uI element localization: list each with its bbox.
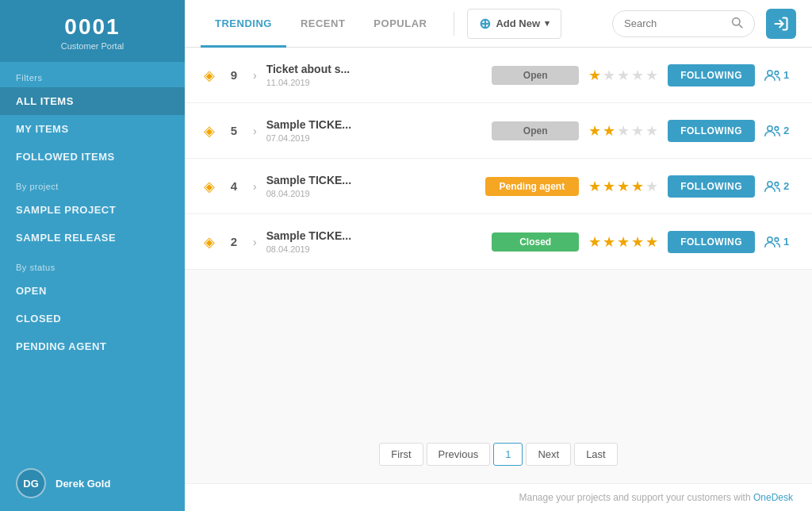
table-row[interactable]: ◈ 2 › Sample TICKE... 08.04.2019 Closed …: [185, 214, 812, 270]
filled-star[interactable]: ★: [588, 122, 601, 140]
sidebar-item-sample-release[interactable]: SAMPLE RELEASE: [0, 224, 185, 252]
star-rating[interactable]: ★★★★★: [588, 122, 658, 140]
sidebar-item-open[interactable]: OPEN: [0, 277, 185, 305]
tab-popular[interactable]: POPULAR: [359, 1, 441, 48]
sidebar-item-pending-agent[interactable]: PENDING AGENT: [0, 332, 185, 360]
follow-button[interactable]: FOLLOWING: [668, 120, 755, 142]
ticket-expand-arrow[interactable]: ›: [253, 125, 257, 137]
follow-button[interactable]: FOLLOWING: [668, 231, 755, 253]
sidebar-item-my-items[interactable]: MY ITEMS: [0, 115, 185, 143]
svg-point-7: [768, 181, 772, 186]
svg-point-8: [775, 182, 779, 186]
table-row[interactable]: ◈ 4 › Sample TICKE... 08.04.2019 Pending…: [185, 159, 812, 214]
svg-point-9: [768, 236, 772, 241]
sidebar: 0001 Customer Portal Filters ALL ITEMS M…: [0, 0, 185, 511]
empty-star[interactable]: ★: [603, 67, 615, 84]
ticket-list: ◈ 9 › Ticket about s... 11.04.2019 Open …: [185, 48, 812, 425]
svg-point-5: [768, 125, 772, 130]
ticket-info: Sample TICKE... 07.04.2019: [266, 118, 483, 143]
follow-button[interactable]: FOLLOWING: [668, 64, 755, 86]
ticket-icon: ◈: [204, 233, 215, 251]
follower-count: 1: [764, 69, 793, 82]
status-badge[interactable]: Open: [492, 66, 579, 85]
sidebar-item-closed[interactable]: CLOSED: [0, 305, 185, 332]
status-badge[interactable]: Pending agent: [485, 177, 580, 196]
ticket-title: Sample TICKE...: [266, 174, 476, 186]
table-row[interactable]: ◈ 5 › Sample TICKE... 07.04.2019 Open ★★…: [185, 103, 812, 159]
pagination-last[interactable]: Last: [574, 443, 618, 466]
star-rating[interactable]: ★★★★★: [588, 67, 658, 84]
empty-star[interactable]: ★: [617, 122, 630, 140]
svg-point-6: [775, 126, 779, 130]
filled-star[interactable]: ★: [617, 178, 630, 195]
search-box: [612, 10, 755, 37]
ticket-expand-arrow[interactable]: ›: [253, 180, 257, 193]
ticket-icon: ◈: [204, 178, 215, 195]
people-icon: [764, 180, 780, 193]
follower-count: 1: [764, 236, 793, 248]
ticket-date: 08.04.2019: [266, 244, 483, 254]
empty-star[interactable]: ★: [645, 178, 658, 195]
pagination-previous[interactable]: Previous: [427, 443, 491, 466]
avatar: DG: [16, 468, 46, 498]
filled-star[interactable]: ★: [617, 233, 630, 251]
brand-number: 0001: [16, 14, 169, 40]
ticket-expand-arrow[interactable]: ›: [253, 236, 257, 248]
ticket-info: Sample TICKE... 08.04.2019: [266, 229, 483, 254]
empty-star[interactable]: ★: [631, 122, 644, 140]
tabs-area: TRENDING RECENT POPULAR: [201, 0, 441, 47]
search-input[interactable]: [624, 17, 724, 29]
login-button[interactable]: [766, 9, 796, 39]
svg-point-3: [768, 70, 772, 75]
add-icon: ⊕: [479, 15, 491, 33]
svg-line-1: [739, 25, 742, 28]
add-new-button[interactable]: ⊕ Add New ▾: [467, 9, 561, 39]
ticket-date: 07.04.2019: [266, 133, 483, 143]
by-status-label: By status: [0, 252, 185, 277]
star-rating[interactable]: ★★★★★: [588, 233, 658, 251]
sidebar-item-all-items[interactable]: ALL ITEMS: [0, 87, 185, 115]
sidebar-item-sample-project[interactable]: SAMPLE PROJECT: [0, 196, 185, 224]
filled-star[interactable]: ★: [603, 178, 615, 195]
filled-star[interactable]: ★: [631, 233, 644, 251]
empty-star[interactable]: ★: [645, 122, 658, 140]
tab-trending[interactable]: TRENDING: [201, 1, 286, 48]
sidebar-item-followed-items[interactable]: FOLLOWED ITEMS: [0, 143, 185, 171]
filled-star[interactable]: ★: [588, 67, 601, 84]
filled-star[interactable]: ★: [603, 233, 615, 251]
pagination: First Previous 1 Next Last: [185, 425, 812, 483]
ticket-icon: ◈: [204, 122, 215, 140]
onedesk-link[interactable]: OneDesk: [753, 492, 793, 503]
filters-label: Filters: [0, 62, 185, 87]
pagination-next[interactable]: Next: [526, 443, 571, 466]
ticket-title: Sample TICKE...: [266, 118, 483, 131]
pagination-current[interactable]: 1: [493, 443, 523, 466]
ticket-expand-arrow[interactable]: ›: [253, 69, 257, 82]
ticket-icon: ◈: [204, 67, 215, 84]
main-content: TRENDING RECENT POPULAR ⊕ Add New ▾: [185, 0, 812, 511]
pagination-first[interactable]: First: [379, 443, 423, 466]
filled-star[interactable]: ★: [645, 233, 658, 251]
ticket-info: Sample TICKE... 08.04.2019: [266, 174, 476, 198]
filled-star[interactable]: ★: [631, 178, 644, 195]
empty-star[interactable]: ★: [617, 67, 630, 84]
filled-star[interactable]: ★: [588, 178, 601, 195]
brand-subtitle: Customer Portal: [16, 41, 169, 51]
user-name: Derek Gold: [56, 478, 110, 490]
status-badge[interactable]: Closed: [492, 232, 579, 252]
tab-recent[interactable]: RECENT: [286, 1, 359, 48]
empty-star[interactable]: ★: [645, 67, 658, 84]
topbar: TRENDING RECENT POPULAR ⊕ Add New ▾: [185, 0, 812, 48]
table-row[interactable]: ◈ 9 › Ticket about s... 11.04.2019 Open …: [185, 48, 812, 103]
svg-point-4: [775, 71, 779, 75]
star-rating[interactable]: ★★★★★: [588, 178, 658, 195]
ticket-date: 11.04.2019: [266, 78, 483, 87]
svg-point-10: [775, 237, 779, 241]
filled-star[interactable]: ★: [588, 233, 601, 251]
status-badge[interactable]: Open: [492, 121, 579, 140]
chevron-down-icon: ▾: [545, 18, 550, 29]
by-project-label: By project: [0, 171, 185, 196]
empty-star[interactable]: ★: [631, 67, 644, 84]
filled-star[interactable]: ★: [603, 122, 615, 140]
follow-button[interactable]: FOLLOWING: [668, 175, 755, 198]
